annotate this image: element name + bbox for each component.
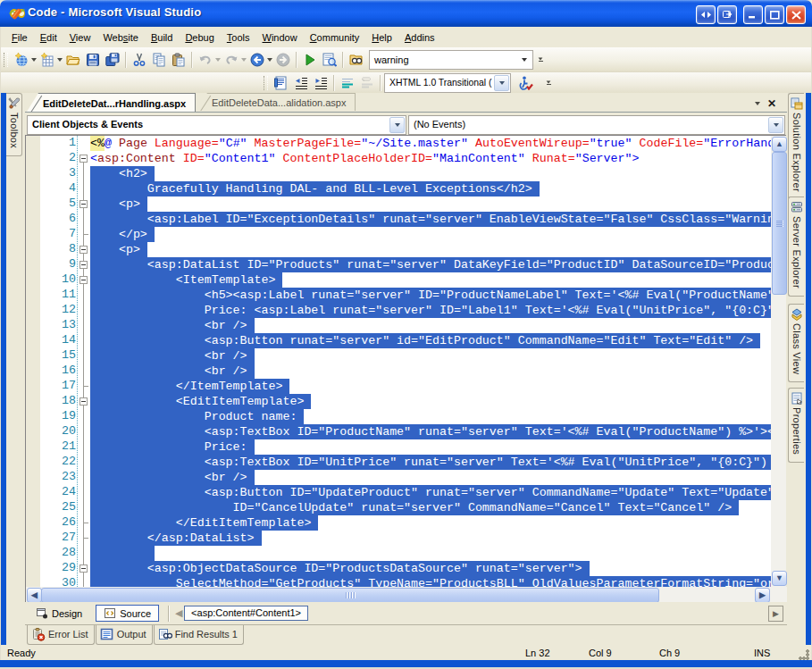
increase-indent-button[interactable] <box>311 73 331 93</box>
paste-button[interactable] <box>169 50 188 70</box>
fold-collapse-box[interactable] <box>80 276 88 284</box>
code-text-area[interactable]: <%@ Page Language="C#" MasterPageFile="~… <box>89 136 771 587</box>
comment-selection-button[interactable] <box>338 73 357 93</box>
menu-help[interactable]: Help <box>365 29 398 46</box>
menu-view[interactable]: View <box>63 29 97 46</box>
events-dropdown-button[interactable] <box>768 117 783 133</box>
decrease-indent-button[interactable] <box>291 73 311 93</box>
objects-dropdown[interactable]: Client Objects & Events <box>27 115 406 135</box>
fold-collapse-box[interactable] <box>80 246 88 254</box>
navigate-backward-dropdown[interactable] <box>265 50 273 70</box>
autohide-tab-server-explorer[interactable]: Server Explorer <box>788 197 804 297</box>
menu-build[interactable]: Build <box>145 29 179 46</box>
events-dropdown[interactable]: (No Events) <box>408 115 785 135</box>
horizontal-scrollbar-thumb[interactable] <box>41 588 659 603</box>
close-document-button[interactable]: ✕ <box>766 97 778 109</box>
menu-debug[interactable]: Debug <box>179 29 220 46</box>
format-document-button[interactable] <box>272 73 291 93</box>
copy-button[interactable] <box>149 50 169 70</box>
fold-collapse-box[interactable] <box>80 397 88 406</box>
menu-tools[interactable]: Tools <box>221 29 256 46</box>
horizontal-scrollbar[interactable]: ◀ ▶ <box>26 587 771 602</box>
new-website-dropdown[interactable] <box>29 50 38 70</box>
scroll-left-button[interactable]: ◀ <box>27 588 42 603</box>
menu-addins[interactable]: Addins <box>398 29 441 46</box>
menu-edit[interactable]: Edit <box>34 29 63 46</box>
check-accessibility-button[interactable] <box>516 73 536 93</box>
minimize-button[interactable] <box>743 5 763 24</box>
line-number-margin: 1234567891011121314151617181920212223242… <box>40 136 76 587</box>
scroll-down-button[interactable]: ▼ <box>772 571 787 586</box>
close-button[interactable] <box>786 5 806 24</box>
cut-button[interactable] <box>130 50 149 70</box>
open-file-button[interactable] <box>63 50 83 70</box>
code-line-27: </asp:DataList> <box>90 531 262 546</box>
scroll-up-button[interactable]: ▲ <box>772 137 787 152</box>
view-in-browser-button[interactable] <box>320 50 339 70</box>
menu-community[interactable]: Community <box>304 29 366 46</box>
scroll-right-button[interactable]: ▶ <box>755 588 770 603</box>
undock-button[interactable] <box>717 5 737 24</box>
validation-combo-dropdown[interactable] <box>494 75 509 91</box>
menu-website[interactable]: Website <box>96 29 145 46</box>
tag-navigator-right-arrow[interactable]: ▶ <box>768 606 783 622</box>
toolbar-options-button[interactable] <box>535 51 546 69</box>
toolbar-grip[interactable] <box>4 53 8 67</box>
undo-dropdown[interactable] <box>213 50 222 70</box>
status-message: Ready <box>7 648 36 658</box>
document-tab[interactable]: EditDeleteData...alidation.aspx <box>196 93 356 111</box>
vertical-scrollbar[interactable]: ▲ ▼ <box>771 136 786 587</box>
fold-collapse-box[interactable] <box>80 564 88 573</box>
add-new-item-button[interactable] <box>38 50 57 70</box>
code-editor[interactable]: 1234567891011121314151617181920212223242… <box>25 135 786 602</box>
panel-tab-error-list[interactable]: Error List <box>27 625 95 645</box>
active-files-dropdown-button[interactable] <box>751 97 764 109</box>
redo-dropdown[interactable] <box>239 50 247 70</box>
fold-end-tick <box>84 523 88 523</box>
maximize-button[interactable] <box>765 5 784 24</box>
new-website-button[interactable] <box>12 50 31 70</box>
undo-button[interactable] <box>196 50 215 70</box>
design-view-icon <box>36 607 48 619</box>
uncomment-selection-button[interactable] <box>357 73 377 93</box>
fold-collapse-box[interactable] <box>80 261 88 269</box>
code-line-15: <br /> <box>90 348 255 364</box>
source-view-button[interactable]: Source <box>96 605 159 622</box>
design-view-button[interactable]: Design <box>30 606 88 621</box>
save-button[interactable] <box>83 50 103 70</box>
fold-collapse-box[interactable] <box>80 155 88 163</box>
validation-target-combo[interactable]: XHTML 1.0 Transitional ( <box>384 73 511 93</box>
menu-window[interactable]: Window <box>256 29 304 46</box>
objects-dropdown-button[interactable] <box>389 117 405 133</box>
autohide-tab-label: Properties <box>791 407 802 455</box>
save-all-button[interactable] <box>103 50 122 70</box>
fold-collapse-box[interactable] <box>80 200 88 208</box>
add-new-item-dropdown[interactable] <box>55 50 63 70</box>
autohide-tab-solution-explorer[interactable]: Solution Explorer <box>788 93 804 200</box>
toolbar-grip[interactable] <box>264 76 268 90</box>
navigate-backward-button[interactable] <box>247 50 267 70</box>
vertical-scrollbar-thumb[interactable] <box>772 152 787 295</box>
find-combo[interactable]: warning <box>369 50 533 70</box>
resize-grip[interactable] <box>798 648 809 660</box>
menu-file[interactable]: File <box>5 29 34 46</box>
autohide-tab-class-view[interactable]: Class View <box>788 304 804 382</box>
autohide-tab-toolbox[interactable]: Toolbox <box>6 93 22 156</box>
start-debugging-button[interactable] <box>300 50 320 70</box>
autohide-tab-properties[interactable]: Properties <box>788 388 804 463</box>
find-combo-dropdown[interactable] <box>516 52 532 68</box>
document-tab-active[interactable]: EditDeleteDat...rHandling.aspx <box>27 93 196 112</box>
navigate-forward-button[interactable] <box>273 50 293 70</box>
bottom-panel-tabs: Error ListOutputFind Results 1 <box>25 625 789 645</box>
panel-tab-find-results-1[interactable]: Find Results 1 <box>154 625 244 645</box>
chevron-down-icon <box>499 81 505 85</box>
new-website-icon <box>14 53 29 67</box>
tag-navigator-left-arrow[interactable]: ◀ <box>173 606 184 621</box>
pop-in-out-button[interactable] <box>696 5 716 24</box>
find-in-files-button[interactable] <box>347 50 366 70</box>
add-new-item-icon <box>40 53 54 67</box>
redo-button[interactable] <box>222 50 241 70</box>
panel-tab-output[interactable]: Output <box>96 625 153 645</box>
toolbar-options-button[interactable] <box>543 74 554 92</box>
tag-navigator-path[interactable]: <asp:Content#Content1> <box>184 606 308 621</box>
